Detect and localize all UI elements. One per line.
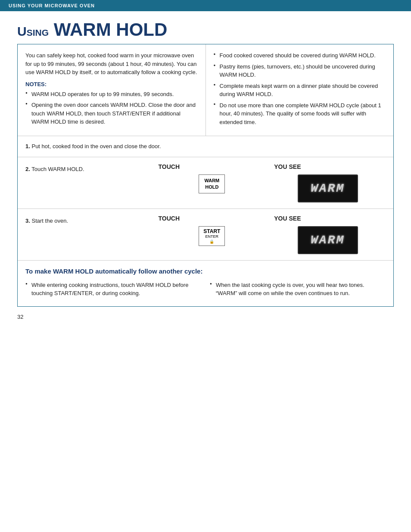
step3-number: 3. bbox=[25, 218, 30, 224]
list-item: Complete meals kept warm on a dinner pla… bbox=[214, 82, 386, 99]
info-section: You can safely keep hot, cooked food war… bbox=[18, 44, 393, 136]
step3-display-screen: WARM bbox=[298, 226, 358, 254]
info-left-column: You can safely keep hot, cooked food war… bbox=[18, 44, 206, 136]
auto-follow-title: To make WARM HOLD automatically follow a… bbox=[25, 267, 386, 276]
header-title: USING YOUR MICROWAVE OVEN bbox=[9, 3, 95, 8]
page-number: 32 bbox=[0, 307, 411, 327]
step2-number: 2. bbox=[25, 166, 30, 172]
step2-text-area: 2. Touch WARM HOLD. bbox=[25, 163, 154, 174]
title-main: WARM HOLD bbox=[54, 19, 168, 40]
intro-text: You can safely keep hot, cooked food war… bbox=[25, 51, 198, 77]
auto-follow-columns: While entering cooking instructions, tou… bbox=[25, 281, 386, 300]
step3-see-label: YOU SEE bbox=[274, 215, 301, 222]
list-item: Do not use more than one complete WARM H… bbox=[214, 101, 386, 127]
step2-row: 2. Touch WARM HOLD. TOUCH WARM HOLD YOU … bbox=[18, 157, 393, 209]
step2-see-area: YOU SEE WARM bbox=[270, 163, 386, 202]
step2-see-label: YOU SEE bbox=[274, 163, 301, 170]
start-enter-button[interactable]: START ENTER 🔒 bbox=[199, 226, 225, 246]
step3-see-area: YOU SEE WARM bbox=[270, 215, 386, 254]
warm-hold-line2: HOLD bbox=[205, 184, 218, 190]
auto-follow-section: To make WARM HOLD automatically follow a… bbox=[18, 261, 393, 306]
header-bar: USING YOUR MICROWAVE OVEN bbox=[0, 0, 411, 11]
step2-display-text: WARM bbox=[311, 182, 345, 195]
title-prefix: Using bbox=[17, 24, 49, 38]
step3-touch-area: TOUCH START ENTER 🔒 bbox=[154, 215, 270, 246]
start-text: START bbox=[203, 228, 220, 234]
list-item: WARM HOLD operates for up to 99 minutes,… bbox=[25, 90, 198, 99]
notes-label: NOTES: bbox=[25, 81, 198, 87]
enter-text: ENTER bbox=[203, 234, 220, 239]
auto-follow-left-list: While entering cooking instructions, tou… bbox=[25, 281, 201, 298]
step1-number: 1. bbox=[25, 143, 30, 149]
lock-icon: 🔒 bbox=[209, 240, 214, 244]
list-item: Opening the oven door cancels WARM HOLD.… bbox=[25, 101, 198, 126]
main-content-box: You can safely keep hot, cooked food war… bbox=[17, 44, 394, 307]
page-heading: Using WARM HOLD bbox=[17, 20, 394, 40]
step2-touch-area: TOUCH WARM HOLD bbox=[154, 163, 270, 194]
step2-touch-label: TOUCH bbox=[159, 163, 180, 170]
step1-row: 1. Put hot, cooked food in the oven and … bbox=[18, 136, 393, 157]
page-number-text: 32 bbox=[17, 314, 23, 320]
step3-display-text: WARM bbox=[311, 233, 345, 247]
auto-follow-right-list: When the last cooking cycle is over, you… bbox=[210, 281, 386, 298]
list-item: Food cooked covered should be covered du… bbox=[214, 51, 386, 60]
auto-follow-left: While entering cooking instructions, tou… bbox=[25, 281, 201, 300]
step3-touch-label: TOUCH bbox=[159, 215, 180, 222]
step2-text: Touch WARM HOLD. bbox=[31, 166, 84, 172]
page-title-area: Using WARM HOLD bbox=[0, 11, 411, 44]
list-item: Pastry items (pies, turnovers, etc.) sho… bbox=[214, 62, 386, 79]
step3-text: Start the oven. bbox=[31, 218, 68, 224]
warm-hold-line1: WARM bbox=[204, 178, 219, 183]
step2-display-screen: WARM bbox=[298, 174, 358, 202]
step1-text: Put hot, cooked food in the oven and clo… bbox=[31, 143, 161, 149]
list-item: When the last cooking cycle is over, you… bbox=[210, 281, 386, 298]
notes-list: WARM HOLD operates for up to 99 minutes,… bbox=[25, 90, 198, 126]
step3-text-area: 3. Start the oven. bbox=[25, 215, 154, 225]
warm-hold-button[interactable]: WARM HOLD bbox=[199, 174, 225, 194]
auto-follow-right: When the last cooking cycle is over, you… bbox=[210, 281, 386, 300]
info-right-column: Food cooked covered should be covered du… bbox=[206, 44, 394, 136]
step3-row: 3. Start the oven. TOUCH START ENTER 🔒 Y… bbox=[18, 209, 393, 261]
info-right-list: Food cooked covered should be covered du… bbox=[214, 51, 386, 126]
list-item: While entering cooking instructions, tou… bbox=[25, 281, 201, 298]
